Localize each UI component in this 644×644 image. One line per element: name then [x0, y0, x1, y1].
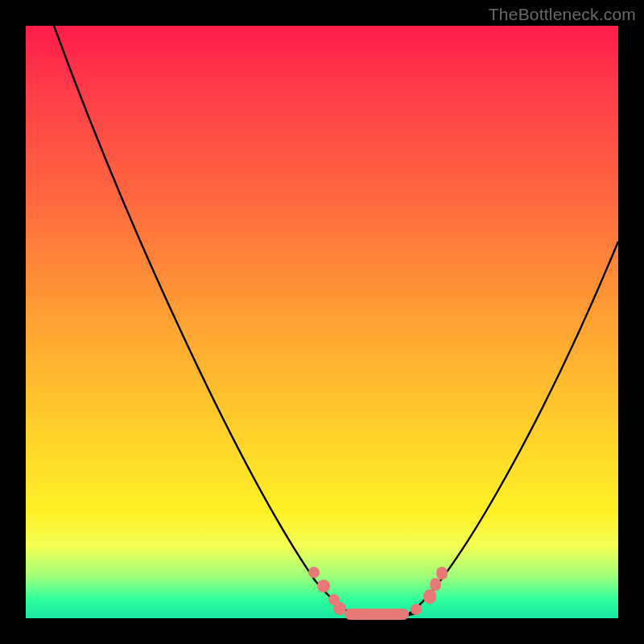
curve-left-branch — [54, 26, 372, 617]
marker-dot — [308, 567, 320, 578]
marker-dot — [411, 604, 422, 615]
bottleneck-curve — [26, 26, 618, 618]
marker-bar — [345, 609, 409, 620]
marker-dot — [430, 578, 441, 591]
plot-area — [26, 26, 618, 618]
outer-frame: TheBottleneck.com — [0, 0, 644, 644]
marker-dot — [423, 589, 436, 604]
watermark-text: TheBottleneck.com — [489, 5, 636, 24]
marker-dot — [436, 567, 448, 580]
curve-right-branch — [404, 242, 618, 617]
marker-dot — [317, 580, 330, 592]
